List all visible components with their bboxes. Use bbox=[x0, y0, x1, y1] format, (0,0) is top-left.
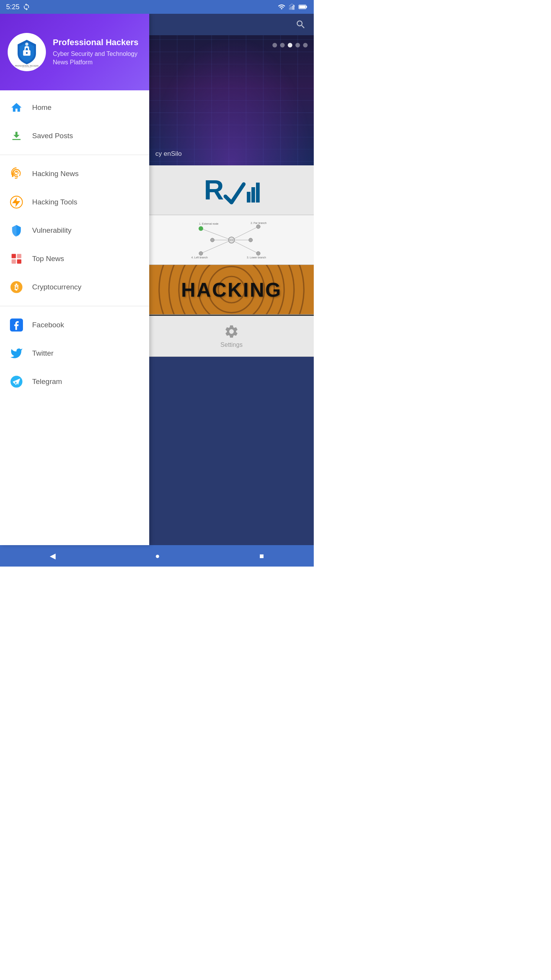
facebook-icon bbox=[9, 318, 24, 332]
home-button[interactable]: ● bbox=[146, 549, 169, 564]
svg-text:2. Far branch: 2. Far branch bbox=[251, 222, 267, 224]
svg-rect-26 bbox=[256, 183, 260, 203]
hero-dot-1 bbox=[272, 43, 277, 47]
wifi-icon bbox=[278, 3, 285, 11]
menu-label-cryptocurrency: Cryptocurrency bbox=[32, 283, 82, 291]
svg-text:3. Lower branch: 3. Lower branch bbox=[247, 256, 266, 259]
menu-item-facebook[interactable]: Facebook bbox=[0, 311, 149, 339]
svg-line-29 bbox=[231, 227, 258, 240]
card-hacking[interactable]: HACKING bbox=[149, 265, 314, 315]
svg-rect-17 bbox=[11, 259, 16, 263]
svg-point-35 bbox=[256, 225, 260, 229]
status-bar: 5:25 bbox=[0, 0, 314, 14]
svg-point-9 bbox=[26, 52, 28, 54]
svg-text:R: R bbox=[204, 175, 224, 205]
home-icon bbox=[9, 100, 24, 115]
menu-label-hacking-news: Hacking News bbox=[32, 170, 78, 178]
sync-icon bbox=[23, 3, 30, 11]
svg-rect-15 bbox=[11, 254, 16, 258]
menu-item-telegram[interactable]: Telegram bbox=[0, 368, 149, 396]
search-icon[interactable] bbox=[295, 19, 306, 30]
menu-label-facebook: Facebook bbox=[32, 321, 64, 329]
menu-label-home: Home bbox=[32, 103, 52, 112]
menu-item-cryptocurrency[interactable]: ₿ Cryptocurrency bbox=[0, 273, 149, 301]
menu-item-hacking-tools[interactable]: Hacking Tools bbox=[0, 188, 149, 216]
download-icon bbox=[9, 129, 24, 143]
status-time: 5:25 bbox=[6, 3, 20, 11]
menu-section-categories: Hacking News Hacking Tools bbox=[0, 157, 149, 304]
menu-section-social: Facebook Twitter bbox=[0, 308, 149, 399]
svg-rect-25 bbox=[251, 187, 255, 203]
svg-point-39 bbox=[249, 238, 253, 242]
svg-text:₿: ₿ bbox=[15, 283, 18, 291]
menu-item-saved-posts[interactable]: Saved Posts bbox=[0, 122, 149, 150]
lightning-icon bbox=[9, 195, 24, 209]
svg-point-10 bbox=[25, 42, 28, 46]
svg-point-37 bbox=[199, 252, 203, 255]
drawer-menu: Home Saved Posts bbox=[0, 90, 149, 545]
menu-item-vulnerability[interactable]: Vulnerability bbox=[0, 216, 149, 245]
menu-divider-1 bbox=[0, 155, 149, 155]
fingerprint-icon bbox=[9, 167, 24, 181]
svg-rect-24 bbox=[247, 192, 251, 203]
content-cards: R bbox=[149, 165, 314, 357]
menu-label-saved-posts: Saved Posts bbox=[32, 132, 73, 140]
menu-label-twitter: Twitter bbox=[32, 349, 54, 358]
app-name: Professional Hackers bbox=[53, 38, 142, 47]
svg-text:1. External node: 1. External node bbox=[199, 222, 218, 225]
svg-line-30 bbox=[231, 240, 258, 253]
menu-divider-2 bbox=[0, 306, 149, 306]
hero-dot-2 bbox=[280, 43, 285, 47]
battery-icon bbox=[298, 4, 308, 10]
menu-item-hacking-news[interactable]: Hacking News bbox=[0, 160, 149, 188]
svg-point-38 bbox=[210, 238, 214, 242]
svg-point-36 bbox=[256, 252, 260, 255]
svg-line-28 bbox=[201, 229, 231, 240]
menu-item-home[interactable]: Home bbox=[0, 93, 149, 122]
app-subtitle: Cyber Security and Technology News Platf… bbox=[53, 50, 142, 67]
menu-item-twitter[interactable]: Twitter bbox=[0, 339, 149, 368]
right-panel: cy enSilo R bbox=[149, 14, 314, 545]
card-settings[interactable]: Settings bbox=[149, 315, 314, 357]
shield-half-icon bbox=[9, 223, 24, 238]
svg-rect-6 bbox=[299, 5, 305, 8]
app-container: PROFESSIONAL HACKERS ON SECURITY Profess… bbox=[0, 14, 314, 545]
drawer-title-block: Professional Hackers Cyber Security and … bbox=[53, 38, 142, 67]
svg-rect-13 bbox=[12, 139, 20, 140]
drawer-header: PROFESSIONAL HACKERS ON SECURITY Profess… bbox=[0, 14, 149, 90]
svg-rect-0 bbox=[289, 8, 290, 10]
svg-rect-3 bbox=[293, 5, 294, 10]
svg-point-34 bbox=[199, 226, 203, 231]
card-network-diagram[interactable]: 1. External node 2. Far branch 3. Lower … bbox=[149, 215, 314, 265]
settings-section: Settings bbox=[220, 324, 243, 348]
settings-label: Settings bbox=[220, 341, 243, 348]
svg-rect-2 bbox=[292, 6, 293, 10]
twitter-icon bbox=[9, 346, 24, 361]
hero-dot-4 bbox=[295, 43, 300, 47]
hero-dot-5 bbox=[303, 43, 308, 47]
telegram-icon bbox=[9, 374, 24, 389]
menu-section-main: Home Saved Posts bbox=[0, 90, 149, 153]
signal-icon bbox=[289, 3, 295, 11]
status-left: 5:25 bbox=[6, 3, 30, 11]
menu-label-hacking-tools: Hacking Tools bbox=[32, 198, 77, 206]
back-button[interactable]: ◀ bbox=[41, 548, 65, 564]
app-logo: PROFESSIONAL HACKERS ON SECURITY bbox=[8, 33, 46, 71]
svg-rect-18 bbox=[17, 259, 21, 263]
bottom-nav: ◀ ● ■ bbox=[0, 545, 314, 567]
card-rt-logo[interactable]: R bbox=[149, 165, 314, 215]
grid-icon bbox=[9, 252, 24, 266]
status-right bbox=[278, 3, 308, 11]
menu-label-vulnerability: Vulnerability bbox=[32, 226, 72, 235]
svg-text:ON SECURITY: ON SECURITY bbox=[22, 67, 32, 67]
svg-line-31 bbox=[201, 240, 231, 253]
hero-caption: cy enSilo bbox=[155, 150, 308, 158]
recent-button[interactable]: ■ bbox=[250, 549, 273, 564]
svg-text:4. Left branch: 4. Left branch bbox=[191, 256, 208, 259]
hero-section: cy enSilo bbox=[149, 35, 314, 165]
hacking-text: HACKING bbox=[181, 278, 282, 301]
menu-label-top-news: Top News bbox=[32, 255, 64, 263]
right-topbar bbox=[149, 14, 314, 35]
menu-item-top-news[interactable]: Top News bbox=[0, 245, 149, 273]
svg-rect-5 bbox=[306, 6, 307, 8]
